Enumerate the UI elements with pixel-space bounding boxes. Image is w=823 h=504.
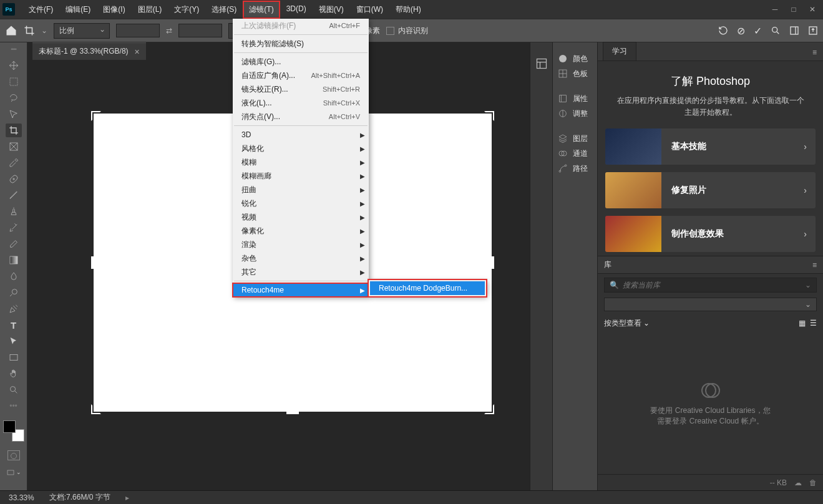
cancel-icon[interactable]: ⊘ [737, 25, 745, 37]
pen-tool[interactable] [6, 302, 22, 316]
filter-item[interactable]: 3D▶ [233, 128, 369, 142]
eyedropper-tool[interactable] [6, 156, 22, 170]
eraser-tool[interactable] [6, 237, 22, 251]
filter-item[interactable]: 模糊▶ [233, 155, 369, 169]
cloud-sync-icon[interactable]: ☁ [794, 478, 802, 487]
clone-stamp-tool[interactable] [6, 205, 22, 218]
filter-item[interactable]: 镜头校正(R)...Shift+Ctrl+R [233, 82, 369, 96]
menu-编辑[interactable]: 编辑(E) [59, 1, 97, 19]
app-logo: Ps [2, 3, 15, 16]
svg-rect-6 [10, 78, 17, 85]
dodge-tool[interactable] [6, 286, 22, 299]
window-minimize[interactable]: ─ [767, 3, 783, 16]
menu-图像[interactable]: 图像(I) [97, 1, 131, 19]
library-tab[interactable]: 库 [604, 259, 611, 270]
layers-panel-btn[interactable]: 图层 [553, 131, 597, 146]
channels-panel-btn[interactable]: 通道 [553, 146, 597, 161]
close-tab-icon[interactable]: × [135, 47, 140, 57]
window-close[interactable]: ✕ [804, 3, 821, 16]
properties-panel-btn[interactable]: 属性 [553, 91, 597, 106]
healing-tool[interactable] [6, 172, 22, 186]
quick-mask-toggle[interactable] [7, 450, 20, 460]
rectangle-tool[interactable] [6, 351, 22, 364]
view-by-type[interactable]: 按类型查看 ⌄ [604, 318, 650, 329]
filter-item[interactable]: 杂色▶ [233, 251, 369, 265]
quick-select-tool[interactable] [6, 107, 22, 121]
reset-icon[interactable] [718, 26, 728, 36]
filter-item[interactable]: 自适应广角(A)...Alt+Shift+Ctrl+A [233, 69, 369, 82]
filter-item[interactable]: 消失点(V)...Alt+Ctrl+V [233, 110, 369, 124]
filter-item[interactable]: 像素化▶ [233, 224, 369, 238]
home-icon[interactable] [5, 24, 17, 37]
doc-info[interactable]: 文档:7.66M/0 字节 [49, 492, 110, 503]
share-icon[interactable] [808, 26, 818, 36]
filter-item[interactable]: 液化(L)...Shift+Ctrl+X [233, 96, 369, 110]
library-dropdown[interactable]: ⌄ [604, 298, 817, 311]
trash-icon[interactable]: 🗑 [809, 478, 817, 487]
commit-icon[interactable]: ✓ [754, 25, 762, 37]
tutorial-thumb-icon [605, 172, 661, 208]
crop-height-input[interactable] [178, 24, 222, 37]
submenu-item-retouch4me-dodgeburn[interactable]: Retouch4me DodgeBurn... [370, 281, 485, 295]
hand-tool[interactable] [6, 367, 22, 380]
ratio-dropdown[interactable]: 比例 [54, 23, 110, 39]
library-search[interactable]: 🔍 搜索当前库 ⌄ [604, 278, 817, 293]
filter-item[interactable]: 模糊画廊▶ [233, 169, 369, 183]
brush-tool[interactable] [6, 188, 22, 202]
frame-tool[interactable] [6, 140, 22, 153]
screen-mode[interactable]: ⌄ [6, 469, 21, 477]
menu-文字[interactable]: 文字(Y) [168, 1, 205, 19]
document-tab[interactable]: 未标题-1 @ 33.3%(RGB/8)× [32, 42, 146, 60]
filter-item[interactable]: Retouch4me▶ [233, 283, 369, 297]
svg-rect-17 [560, 95, 567, 102]
menu-滤镜[interactable]: 滤镜(T) [243, 1, 280, 19]
marquee-tool[interactable] [6, 75, 22, 89]
menu-选择[interactable]: 选择(S) [205, 1, 243, 19]
filter-item[interactable]: 风格化▶ [233, 142, 369, 155]
menu-3d[interactable]: 3D(D) [280, 1, 313, 19]
tutorial-card-retouch[interactable]: 修复照片 › [605, 172, 816, 208]
panel-menu-icon[interactable]: ≡ [812, 261, 817, 269]
filter-item[interactable]: 锐化▶ [233, 196, 369, 210]
menu-图层[interactable]: 图层(L) [132, 1, 168, 19]
color-swatches[interactable] [3, 420, 24, 442]
type-tool[interactable]: T [6, 318, 22, 332]
list-view-icon[interactable]: ☰ [810, 319, 817, 327]
filter-item[interactable]: 滤镜库(G)... [233, 55, 369, 69]
workspace-icon[interactable] [789, 26, 799, 36]
tutorial-card-basics[interactable]: 基本技能 › [605, 128, 816, 165]
tutorial-card-effects[interactable]: 制作创意效果 › [605, 216, 816, 252]
gradient-tool[interactable] [6, 253, 22, 267]
filter-item[interactable]: 视频▶ [233, 210, 369, 224]
crop-tool[interactable] [6, 124, 22, 137]
color-panel-btn[interactable]: 颜色 [553, 51, 597, 66]
zoom-level[interactable]: 33.33% [9, 493, 34, 502]
filter-item[interactable]: 扭曲▶ [233, 183, 369, 196]
grid-view-icon[interactable]: ▦ [799, 319, 806, 327]
history-panel-icon[interactable] [535, 57, 548, 70]
filter-item[interactable]: 其它▶ [233, 265, 369, 279]
search-icon[interactable] [771, 26, 781, 36]
move-tool[interactable] [6, 59, 22, 72]
crop-width-input[interactable] [116, 24, 160, 37]
adjustments-panel-btn[interactable]: 调整 [553, 106, 597, 121]
learn-tab[interactable]: 学习 [603, 42, 636, 61]
menu-文件[interactable]: 文件(F) [22, 1, 59, 19]
content-aware-checkbox[interactable]: 内容识别 [386, 26, 428, 36]
path-select-tool[interactable] [6, 334, 22, 348]
filter-item[interactable]: 渲染▶ [233, 238, 369, 251]
lasso-tool[interactable] [6, 91, 22, 105]
blur-tool[interactable] [6, 269, 22, 283]
doc-info-arrow-icon[interactable]: ▸ [125, 493, 129, 502]
swatches-panel-btn[interactable]: 色板 [553, 66, 597, 81]
filter-item[interactable]: 转换为智能滤镜(S) [233, 37, 369, 51]
panel-menu-icon[interactable]: ≡ [806, 44, 823, 61]
menu-窗口[interactable]: 窗口(W) [350, 1, 389, 19]
window-maximize[interactable]: □ [786, 3, 802, 16]
paths-panel-btn[interactable]: 路径 [553, 161, 597, 176]
history-brush-tool[interactable] [6, 221, 22, 235]
menu-帮助[interactable]: 帮助(H) [389, 1, 427, 19]
menu-视图[interactable]: 视图(V) [313, 1, 350, 19]
swap-icon[interactable]: ⇄ [166, 26, 172, 35]
zoom-tool[interactable] [6, 383, 22, 397]
